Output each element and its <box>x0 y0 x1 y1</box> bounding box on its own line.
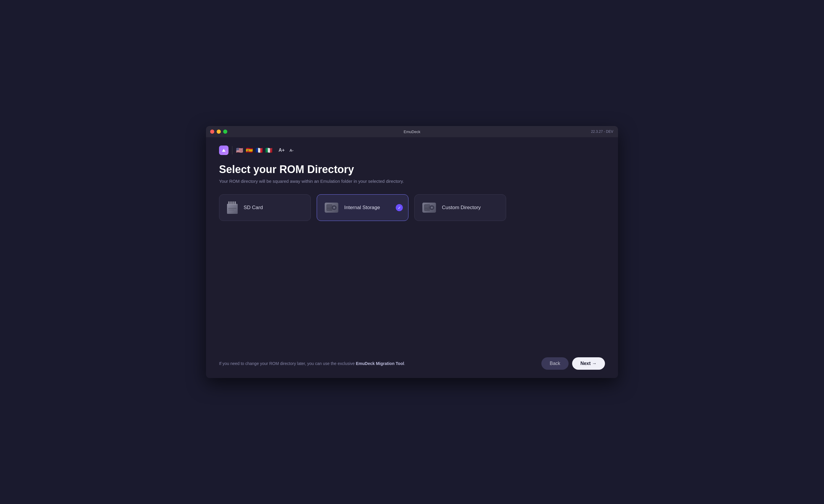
svg-rect-5 <box>232 202 234 205</box>
internal-storage-label: Internal Storage <box>344 205 380 211</box>
window-title: EmuDeck <box>404 130 420 134</box>
next-button[interactable]: Next → <box>572 357 605 370</box>
svg-rect-16 <box>327 207 331 207</box>
options-row: SD Card <box>219 194 605 221</box>
font-increase-button[interactable]: A+ <box>277 147 286 153</box>
header-bar: 🇺🇸 🇪🇸 🇫🇷 🇮🇹 A+ A- <box>219 145 605 155</box>
back-button[interactable]: Back <box>541 357 569 370</box>
flag-us[interactable]: 🇺🇸 <box>236 147 243 154</box>
footer-buttons: Back Next → <box>541 357 605 370</box>
svg-rect-6 <box>234 202 236 205</box>
svg-point-14 <box>333 207 335 208</box>
svg-rect-11 <box>326 205 332 211</box>
option-custom-directory[interactable]: Custom Directory <box>414 194 506 221</box>
traffic-lights <box>210 130 227 134</box>
footer: If you need to change your ROM directory… <box>206 357 618 378</box>
option-internal-storage[interactable]: Internal Storage ✓ <box>317 194 408 221</box>
svg-rect-4 <box>230 202 232 205</box>
custom-directory-label: Custom Directory <box>442 205 481 211</box>
font-controls: A+ A- <box>277 147 295 153</box>
svg-rect-20 <box>424 205 430 211</box>
svg-rect-3 <box>228 202 230 205</box>
main-content: 🇺🇸 🇪🇸 🇫🇷 🇮🇹 A+ A- Select your ROM Direct… <box>206 137 618 357</box>
footer-text-prefix: If you need to change your ROM directory… <box>219 361 356 366</box>
svg-rect-17 <box>327 209 329 210</box>
selected-check-icon: ✓ <box>396 204 403 211</box>
page-subtitle: Your ROM directory will be squared away … <box>219 179 605 184</box>
logo-icon <box>219 145 228 155</box>
svg-rect-0 <box>223 150 225 152</box>
footer-text: If you need to change your ROM directory… <box>219 361 405 366</box>
svg-rect-25 <box>425 207 428 207</box>
option-sd-card[interactable]: SD Card <box>219 194 311 221</box>
svg-rect-15 <box>327 206 332 206</box>
svg-rect-7 <box>228 208 236 209</box>
hdd-icon-custom <box>422 201 436 215</box>
svg-point-23 <box>431 207 432 208</box>
svg-rect-8 <box>228 210 234 210</box>
app-window: EmuDeck 22.3.27 - DEV 🇺🇸 🇪🇸 🇫🇷 🇮🇹 A+ A <box>206 126 618 378</box>
hdd-icon-internal <box>324 201 339 215</box>
page-title: Select your ROM Directory <box>219 163 605 176</box>
flag-fr[interactable]: 🇫🇷 <box>255 147 263 154</box>
minimize-button[interactable] <box>217 130 221 134</box>
flag-es[interactable]: 🇪🇸 <box>246 147 253 154</box>
migration-tool-link[interactable]: EmuDeck Migration Tool <box>356 361 404 366</box>
title-bar: EmuDeck 22.3.27 - DEV <box>206 126 618 137</box>
version-badge: 22.3.27 - DEV <box>591 130 613 134</box>
sd-card-label: SD Card <box>243 205 263 211</box>
language-flags: 🇺🇸 🇪🇸 🇫🇷 🇮🇹 <box>236 147 273 154</box>
svg-rect-24 <box>425 206 429 206</box>
sd-card-icon <box>226 201 238 215</box>
header-divider <box>232 146 232 154</box>
footer-text-suffix: . <box>404 361 405 366</box>
flag-it[interactable]: 🇮🇹 <box>265 147 273 154</box>
maximize-button[interactable] <box>223 130 227 134</box>
font-decrease-button[interactable]: A- <box>288 147 295 153</box>
svg-rect-26 <box>425 209 427 210</box>
close-button[interactable] <box>210 130 214 134</box>
